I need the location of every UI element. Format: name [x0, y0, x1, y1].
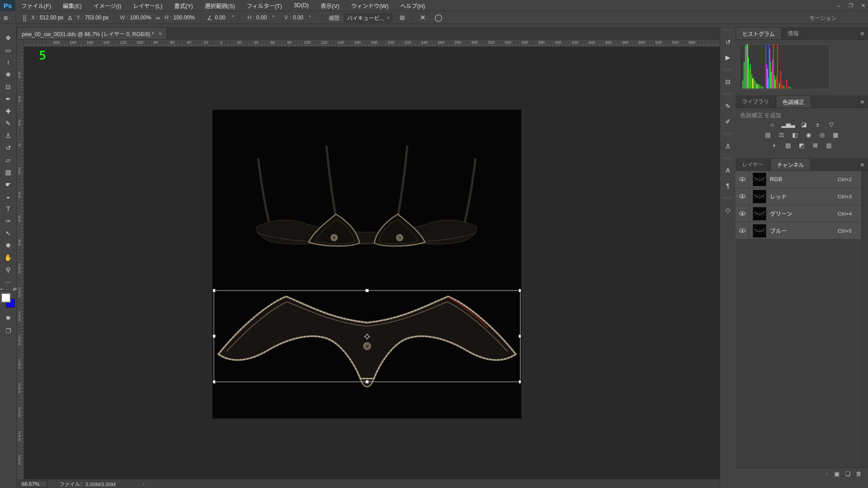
brightness-contrast-icon[interactable]: ☼ [768, 120, 777, 129]
v-skew-value[interactable]: 0.00 [293, 14, 303, 21]
photo-filter-icon[interactable]: ◉ [804, 130, 813, 139]
shape-tool-icon[interactable]: ✱ [2, 239, 14, 251]
tab-libraries[interactable]: ライブラリ [736, 95, 776, 108]
brush-settings-panel-icon[interactable]: ✐ [722, 116, 734, 127]
width-value[interactable]: 100.00% [130, 14, 151, 21]
quick-selection-tool-icon[interactable]: ❋ [2, 68, 14, 80]
curves-icon[interactable]: ◪ [800, 120, 809, 129]
black-white-icon[interactable]: ◧ [791, 130, 800, 139]
history-brush-tool-icon[interactable]: ↺ [2, 141, 14, 154]
panel-scroll-gutter[interactable] [861, 171, 868, 468]
history-panel-icon[interactable]: ↺ [722, 36, 734, 48]
lasso-tool-icon[interactable]: ≀ [2, 56, 14, 68]
marquee-tool-icon[interactable]: ▭ [2, 44, 14, 56]
tab-info[interactable]: 情報 [782, 27, 806, 39]
tab-histogram[interactable]: ヒストグラム [736, 27, 782, 39]
load-selection-icon[interactable]: ◌ [825, 470, 829, 477]
transform-tool-icon[interactable]: ⧈ [4, 14, 8, 22]
paragraph-panel-icon[interactable]: ¶ [722, 180, 734, 192]
panel-menu-icon[interactable]: ≡ [860, 30, 864, 37]
menu-item[interactable]: 選択範囲(S) [199, 0, 241, 11]
menu-item[interactable]: 表示(V) [315, 0, 345, 11]
gradient-map-icon[interactable]: ⊠ [811, 141, 820, 150]
menu-item[interactable]: ファイル(F) [15, 0, 57, 11]
clone-source-panel-icon[interactable]: ♙ [722, 140, 734, 152]
reference-point-icon[interactable]: ⣿ [22, 14, 27, 21]
eraser-tool-icon[interactable]: ▱ [2, 154, 14, 166]
new-channel-icon[interactable]: ❏ [845, 470, 850, 477]
x-value[interactable]: 512.50 px [40, 14, 64, 21]
hand-tool-icon[interactable]: ✋ [2, 251, 14, 263]
cancel-transform-icon[interactable]: ✕ [420, 14, 426, 22]
interpolation-select[interactable]: バイキュービ... ∨ [344, 14, 392, 22]
channel-row[interactable]: RGBCtrl+2 [736, 171, 861, 188]
h-skew-value[interactable]: 0.00 [256, 14, 267, 21]
channel-row[interactable]: グリーンCtrl+4 [736, 205, 861, 222]
threshold-icon[interactable]: ◩ [797, 141, 807, 150]
minimize-icon[interactable]: ─ [837, 3, 840, 9]
link-dimensions-icon[interactable]: ∞ [156, 14, 160, 21]
posterize-icon[interactable]: ▨ [784, 141, 793, 150]
close-tab-icon[interactable]: × [159, 30, 162, 37]
visibility-eye-icon[interactable] [736, 222, 749, 239]
invert-icon[interactable]: ◐ [770, 141, 779, 150]
relative-position-icon[interactable]: Δ [68, 14, 72, 21]
character-panel-icon[interactable]: A [722, 164, 734, 176]
channel-row[interactable]: レッドCtrl+3 [736, 188, 861, 205]
tab-layers[interactable]: レイヤー [736, 158, 770, 170]
clone-stamp-tool-icon[interactable]: ♙ [2, 129, 14, 141]
tab-channels[interactable]: チャンネル [770, 158, 811, 170]
foreground-color-swatch[interactable] [1, 293, 10, 302]
color-lookup-icon[interactable]: ▦ [831, 130, 840, 139]
quick-mask-button[interactable]: ◙ [2, 311, 14, 323]
exposure-icon[interactable]: ± [813, 120, 822, 129]
swap-colors-icon[interactable]: ⇄ [13, 286, 17, 291]
screen-mode-button[interactable]: ❐ [2, 325, 14, 337]
visibility-eye-icon[interactable] [736, 188, 749, 205]
height-value[interactable]: 100.00% [173, 14, 194, 21]
levels-icon[interactable]: ▂▅▃ [782, 120, 795, 129]
path-selection-tool-icon[interactable]: ↖ [2, 227, 14, 239]
document-tab[interactable]: pew_00_uw_0031.dds @ 66.7% (レイヤー 0, RGB/… [17, 27, 167, 39]
channel-mixer-icon[interactable]: ◎ [818, 130, 827, 139]
zoom-level-field[interactable]: 66.67% [19, 480, 47, 488]
vertical-ruler[interactable]: 6040200204060801001201401601802002202402… [17, 47, 24, 479]
menu-item[interactable]: イメージ(I) [88, 0, 127, 11]
panel-menu-icon[interactable]: ≡ [860, 99, 864, 105]
menu-item[interactable]: 書式(Y) [168, 0, 199, 11]
close-icon[interactable]: ✕ [861, 3, 865, 9]
properties-panel-icon[interactable]: ⊟ [722, 76, 734, 88]
visibility-eye-icon[interactable] [736, 171, 749, 188]
move-tool-icon[interactable]: ✥ [2, 32, 14, 44]
menu-item[interactable]: フィルター(T) [241, 0, 288, 11]
menu-item[interactable]: ウィンドウ(W) [345, 0, 395, 11]
vibrance-icon[interactable]: ▽ [827, 120, 836, 129]
document-canvas[interactable] [213, 110, 521, 418]
healing-brush-tool-icon[interactable]: ✚ [2, 105, 14, 117]
tab-adjustments[interactable]: 色調補正 [776, 95, 811, 108]
visibility-eye-icon[interactable] [736, 205, 749, 222]
channel-row[interactable]: ブルーCtrl+5 [736, 222, 861, 239]
commit-transform-icon[interactable]: ◯ [434, 14, 442, 22]
menu-item[interactable]: 3D(D) [288, 0, 315, 11]
warp-mode-icon[interactable]: ⊞ [400, 14, 405, 21]
default-colors-icon[interactable]: ▪▫ [0, 287, 3, 291]
gradient-tool-icon[interactable]: ▧ [2, 166, 14, 178]
edit-toolbar-icon[interactable]: ⋯ [2, 276, 14, 288]
maximize-icon[interactable]: ❐ [849, 3, 853, 9]
horizontal-ruler[interactable]: 2001801601401201008060402002040608010012… [24, 40, 720, 47]
zoom-tool-icon[interactable]: ⚲ [2, 263, 14, 276]
eyedropper-tool-icon[interactable]: ✒ [2, 93, 14, 105]
delete-channel-icon[interactable]: 🗑 [856, 470, 862, 477]
brush-tool-icon[interactable]: ✎ [2, 117, 14, 129]
type-tool-icon[interactable]: T [2, 202, 14, 215]
tool-preset-caret-icon[interactable]: ⌄ [9, 15, 12, 20]
rotation-value[interactable]: 0.00 [215, 14, 225, 21]
crop-tool-icon[interactable]: ⊡ [2, 80, 14, 93]
menu-item[interactable]: レイヤー(L) [127, 0, 168, 11]
workspace-switcher[interactable]: モーション [809, 12, 836, 24]
panel-menu-icon[interactable]: ≡ [860, 161, 864, 168]
y-value[interactable]: 753.00 px [85, 14, 109, 21]
canvas-viewport[interactable]: 5 [24, 47, 720, 479]
smudge-tool-icon[interactable]: ☛ [2, 178, 14, 190]
